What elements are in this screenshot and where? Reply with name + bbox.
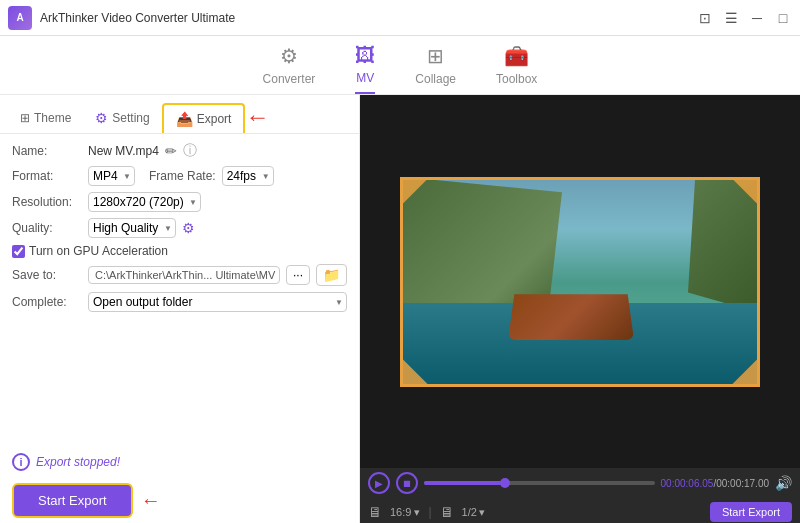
tab-toolbox[interactable]: 🧰 Toolbox xyxy=(496,44,537,94)
ratio-chevron: ▾ xyxy=(414,506,420,519)
tab-setting-label: Setting xyxy=(112,111,149,125)
toolbox-icon: 🧰 xyxy=(504,44,529,68)
video-area xyxy=(360,95,800,468)
tab-setting[interactable]: ⚙ Setting xyxy=(83,103,161,133)
export-stopped-notice: i Export stopped! xyxy=(0,447,359,477)
monitor-icon: 🖥 xyxy=(368,504,382,520)
info-circle-icon: i xyxy=(12,453,30,471)
frame-rate-select[interactable]: 24fps xyxy=(222,166,274,186)
corner-tl xyxy=(400,177,430,207)
caption-btn[interactable]: ⊡ xyxy=(696,9,714,27)
progress-bar[interactable] xyxy=(424,481,655,485)
name-value: New MV.mp4 xyxy=(88,144,159,158)
theme-icon: ⊞ xyxy=(20,111,30,125)
resolution-row: Resolution: 1280x720 (720p) xyxy=(12,192,347,212)
progress-fill xyxy=(424,481,505,485)
video-border xyxy=(400,177,760,387)
start-export-area: Start Export ← xyxy=(0,477,359,523)
format-select-wrap[interactable]: MP4 xyxy=(88,166,135,186)
name-edit-btn[interactable]: ✏ xyxy=(165,143,177,159)
titlebar: A ArkThinker Video Converter Ultimate ⊡ … xyxy=(0,0,800,36)
frame-rate-select-wrap[interactable]: 24fps xyxy=(222,166,274,186)
dots-btn[interactable]: ··· xyxy=(286,265,310,285)
form-area: Name: New MV.mp4 ✏ ⓘ Format: MP4 Frame R… xyxy=(0,134,359,447)
tab-toolbox-label: Toolbox xyxy=(496,72,537,86)
collage-icon: ⊞ xyxy=(427,44,444,68)
page-value: 1/2 xyxy=(462,506,477,518)
corner-br xyxy=(730,357,760,387)
ratio-value: 16:9 xyxy=(390,506,411,518)
gpu-row: Turn on GPU Acceleration xyxy=(12,244,347,258)
quality-select[interactable]: High Quality xyxy=(88,218,176,238)
window-controls[interactable]: ⊡ ☰ ─ □ xyxy=(696,9,792,27)
export-icon: 📤 xyxy=(176,111,193,127)
complete-label: Complete: xyxy=(12,295,82,309)
complete-select-wrap[interactable]: Open output folder xyxy=(88,292,347,312)
tab-export-label: Export xyxy=(197,112,232,126)
gpu-checkbox[interactable] xyxy=(12,245,25,258)
tab-mv-label: MV xyxy=(356,71,374,85)
controls-row2: 🖥 16:9 ▾ | 🖥 1/2 ▾ Start Export xyxy=(360,498,800,523)
player-controls: ▶ ⏹ 00:00:06.05/00:00:17.00 🔊 xyxy=(360,468,800,498)
volume-btn[interactable]: 🔊 xyxy=(775,475,792,491)
app-title: ArkThinker Video Converter Ultimate xyxy=(40,11,696,25)
start-export-arrow: ← xyxy=(141,489,161,512)
tab-converter-label: Converter xyxy=(263,72,316,86)
minimize-btn[interactable]: ─ xyxy=(748,9,766,27)
format-row: Format: MP4 Frame Rate: 24fps xyxy=(12,166,347,186)
tab-theme[interactable]: ⊞ Theme xyxy=(8,103,83,133)
resolution-select-wrap[interactable]: 1280x720 (720p) xyxy=(88,192,201,212)
nav-tabs: ⚙ Converter 🖼 MV ⊞ Collage 🧰 Toolbox xyxy=(0,36,800,95)
format-select[interactable]: MP4 xyxy=(88,166,135,186)
format-label: Format: xyxy=(12,169,82,183)
quality-row: Quality: High Quality ⚙ xyxy=(12,218,347,238)
tab-mv[interactable]: 🖼 MV xyxy=(355,44,375,94)
time-total: 00:00:17.00 xyxy=(716,478,769,489)
quality-select-wrap[interactable]: High Quality xyxy=(88,218,176,238)
play-btn[interactable]: ▶ xyxy=(368,472,390,494)
stop-btn[interactable]: ⏹ xyxy=(396,472,418,494)
right-panel: ▶ ⏹ 00:00:06.05/00:00:17.00 🔊 🖥 16:9 ▾ |… xyxy=(360,95,800,523)
page-icon: 🖥 xyxy=(440,504,454,520)
time-current: 00:00:06.05 xyxy=(661,478,714,489)
page-indicator[interactable]: 1/2 ▾ xyxy=(462,506,485,519)
name-row: Name: New MV.mp4 ✏ ⓘ xyxy=(12,142,347,160)
complete-row: Complete: Open output folder xyxy=(12,292,347,312)
maximize-btn[interactable]: □ xyxy=(774,9,792,27)
progress-thumb xyxy=(500,478,510,488)
page-chevron: ▾ xyxy=(479,506,485,519)
export-stopped-text: Export stopped! xyxy=(36,455,120,469)
tab-theme-label: Theme xyxy=(34,111,71,125)
gpu-label: Turn on GPU Acceleration xyxy=(29,244,168,258)
folder-btn[interactable]: 📁 xyxy=(316,264,347,286)
left-panel: ⊞ Theme ⚙ Setting 📤 Export ← Name: New M… xyxy=(0,95,360,523)
time-display: 00:00:06.05/00:00:17.00 xyxy=(661,478,769,489)
name-label: Name: xyxy=(12,144,82,158)
setting-icon: ⚙ xyxy=(95,110,108,126)
app-logo: A xyxy=(8,6,32,30)
frame-rate-label: Frame Rate: xyxy=(149,169,216,183)
name-info-btn[interactable]: ⓘ xyxy=(183,142,197,160)
quality-settings-btn[interactable]: ⚙ xyxy=(182,220,195,236)
save-row: Save to: C:\ArkThinker\ArkThin... Ultima… xyxy=(12,264,347,286)
resolution-select[interactable]: 1280x720 (720p) xyxy=(88,192,201,212)
start-export-btn[interactable]: Start Export xyxy=(12,483,133,518)
export-arrow-indicator: ← xyxy=(245,103,269,133)
save-label: Save to: xyxy=(12,268,82,282)
resolution-label: Resolution: xyxy=(12,195,82,209)
converter-icon: ⚙ xyxy=(280,44,298,68)
ratio-btn[interactable]: 16:9 ▾ xyxy=(390,506,420,519)
tab-export[interactable]: 📤 Export xyxy=(162,103,246,133)
save-path: C:\ArkThinker\ArkThin... Ultimate\MV Exp… xyxy=(88,266,280,284)
start-export-right-btn[interactable]: Start Export xyxy=(710,502,792,522)
quality-label: Quality: xyxy=(12,221,82,235)
mv-icon: 🖼 xyxy=(355,44,375,67)
menu-btn[interactable]: ☰ xyxy=(722,9,740,27)
sub-tabs: ⊞ Theme ⚙ Setting 📤 Export ← xyxy=(0,95,359,134)
video-frame xyxy=(400,177,760,387)
complete-select[interactable]: Open output folder xyxy=(88,292,347,312)
tab-converter[interactable]: ⚙ Converter xyxy=(263,44,316,94)
tab-collage[interactable]: ⊞ Collage xyxy=(415,44,456,94)
corner-bl xyxy=(400,357,430,387)
tab-collage-label: Collage xyxy=(415,72,456,86)
